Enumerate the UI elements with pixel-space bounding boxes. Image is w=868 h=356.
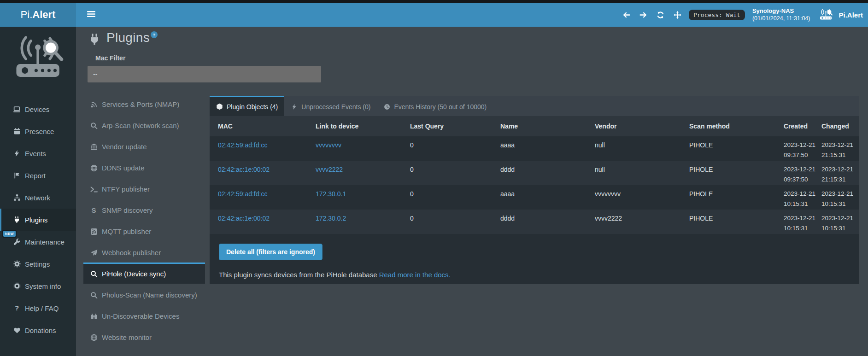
tab-events-history[interactable]: Events History (50 out of 10000) [377, 96, 493, 116]
device-link[interactable]: vvvvvvvv [316, 141, 341, 149]
plugin-description-text: This plugin syncs devices from the PiHol… [219, 271, 377, 279]
plugin-item-snmp-discovery[interactable]: S SNMP discovery [83, 199, 205, 220]
cube-icon [216, 103, 223, 110]
flag-icon [13, 172, 21, 180]
changed-cell: 2023-12-21 21:15:31 [821, 164, 858, 185]
vendor-cell: vvvv2222 [595, 213, 689, 234]
sidebar-toggle-button[interactable] [81, 3, 101, 27]
sidebar-item-label: Devices [25, 105, 49, 113]
sidebar-item-events[interactable]: Events [0, 142, 76, 164]
question-icon: ? [13, 304, 21, 312]
device-link-cell: 172.30.0.1 [316, 189, 410, 210]
column-header-last-query: Last Query [410, 123, 500, 130]
sidebar-item-network[interactable]: Network [0, 187, 76, 209]
mac-cell: 02:42:59:ad:fd:cc [218, 189, 316, 210]
terminal-icon [90, 185, 98, 193]
plugin-item-services-ports-nmap[interactable]: Services & Ports (NMAP) [83, 93, 205, 114]
sidebar-item-label: System info [25, 282, 61, 290]
last-query-cell: 0 [410, 140, 500, 161]
plugin-item-webhook-publisher[interactable]: Webhook publisher [83, 241, 205, 263]
created-cell: 2023-12-21 10:15:31 [784, 213, 821, 234]
brand-logo[interactable]: Pi.Alert [0, 3, 76, 27]
device-link[interactable]: 172.30.0.2 [316, 215, 346, 222]
plug-icon [88, 33, 100, 45]
process-status-badge: Process: Wait [689, 10, 745, 20]
hamburger-icon [87, 11, 95, 19]
arrow-right-icon [639, 11, 647, 19]
table-row: 02:42:ac:1e:00:02 172.30.0.2 0 dddd vvvv… [210, 210, 859, 234]
sidebar-item-label: Network [25, 194, 50, 202]
refresh-button[interactable] [657, 11, 664, 19]
chip-icon [13, 282, 21, 290]
s-letter-icon: S [90, 206, 98, 214]
docs-link[interactable]: Read more in the docs. [379, 271, 451, 279]
sidebar-item-donations[interactable]: Donations [0, 319, 76, 341]
name-cell: aaaa [500, 189, 595, 210]
mac-filter-input[interactable] [88, 66, 321, 82]
scan-method-cell: PIHOLE [689, 189, 784, 210]
sidebar-item-label: Plugins [25, 216, 47, 224]
name-cell: dddd [500, 213, 595, 234]
tab-plugin-objects[interactable]: Plugin Objects (4) [210, 96, 284, 116]
nav-back-button[interactable] [622, 11, 630, 19]
mac-link[interactable]: 02:42:ac:1e:00:02 [218, 166, 270, 173]
plugin-item-label: Services & Ports (NMAP) [102, 100, 179, 108]
column-header-created: Created [784, 123, 821, 130]
nav-forward-button[interactable] [639, 11, 647, 19]
sidebar-item-report[interactable]: Report [0, 164, 76, 187]
rss-icon [90, 228, 98, 235]
vendor-cell: null [595, 140, 689, 161]
column-header-link-to-device: Link to device [316, 123, 410, 130]
top-bar-actions: Process: Wait Synology-NAS (01/01/2024, … [622, 3, 863, 27]
plugin-item-ddns-update[interactable]: DDNS update [83, 157, 205, 178]
plugin-item-arp-scan[interactable]: Arp-Scan (Network scan) [83, 114, 205, 135]
plugin-description: This plugin syncs devices from the PiHol… [219, 271, 859, 279]
name-cell: dddd [500, 164, 595, 185]
plugin-item-website-monitor[interactable]: Website monitor [83, 326, 205, 347]
plugin-item-vendor-update[interactable]: Vendor update [83, 135, 205, 157]
sidebar-item-settings[interactable]: Settings [0, 253, 76, 275]
sidebar-item-label: Donations [25, 327, 56, 334]
plugin-item-pholus-scan[interactable]: Pholus-Scan (Name discovery) [83, 284, 205, 305]
plugin-item-pihole-device-sync[interactable]: PiHole (Device sync) [83, 263, 205, 284]
globe-icon [90, 333, 98, 341]
network-icon [13, 194, 21, 202]
device-link-cell: vvvvvvvv [316, 140, 410, 161]
scan-method-cell: PIHOLE [689, 213, 784, 234]
help-badge[interactable]: ? [151, 31, 158, 38]
heart-icon [13, 327, 21, 334]
delete-all-button[interactable]: Delete all (filters are ignored) [219, 244, 323, 260]
sidebar-item-system-info[interactable]: System info [0, 275, 76, 297]
column-header-mac: MAC [218, 123, 316, 130]
sidebar-item-plugins[interactable]: Plugins [0, 209, 76, 231]
plugin-item-mqtt-publisher[interactable]: MQTT publisher [83, 220, 205, 241]
vendor-cell: null [595, 164, 689, 185]
name-cell: aaaa [500, 140, 595, 161]
tab-unprocessed-events[interactable]: Unprocessed Events (0) [284, 96, 377, 116]
sidebar-item-help-faq[interactable]: ? Help / FAQ [0, 297, 76, 319]
sidebar-item-label: Settings [25, 260, 50, 268]
plugin-item-un-discoverable-devices[interactable]: Un-Discoverable Devices [83, 305, 205, 326]
sidebar-item-devices[interactable]: Devices [0, 98, 76, 120]
arrow-left-icon [622, 11, 630, 19]
mac-link[interactable]: 02:42:59:ad:fd:cc [218, 190, 267, 198]
changed-cell: 2023-12-21 10:15:31 [821, 189, 858, 210]
plugin-list: Services & Ports (NMAP) Arp-Scan (Networ… [83, 93, 205, 347]
device-link[interactable]: 172.30.0.1 [316, 190, 346, 198]
device-link[interactable]: vvvv2222 [316, 166, 343, 173]
sidebar-item-label: Maintenance [25, 238, 65, 246]
router-icon [819, 9, 833, 21]
sidebar-item-presence[interactable]: Presence [0, 120, 76, 142]
move-icon [674, 11, 681, 19]
wrench-icon [13, 238, 21, 246]
gear-icon [13, 260, 21, 268]
plugin-item-label: SNMP discovery [102, 206, 153, 214]
clock-icon [383, 103, 390, 110]
mac-link[interactable]: 02:42:ac:1e:00:02 [218, 215, 270, 222]
page-title: Plugins [106, 30, 150, 45]
plugin-item-ntfy-publisher[interactable]: NTFY publisher [83, 178, 205, 199]
pialert-app: Pi.Alert [0, 0, 868, 356]
move-button[interactable] [674, 11, 681, 19]
created-cell: 2023-12-21 10:15:31 [784, 189, 821, 210]
mac-link[interactable]: 02:42:59:ad:fd:cc [218, 141, 267, 149]
